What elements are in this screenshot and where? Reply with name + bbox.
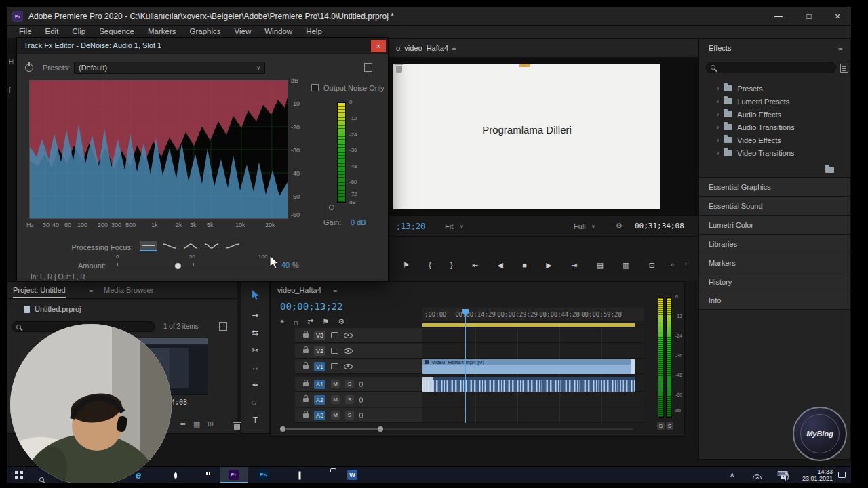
word-icon[interactable]: W <box>347 470 357 480</box>
panel-menu-icon[interactable]: ≡ <box>452 44 456 52</box>
items-view-icon[interactable] <box>219 322 227 331</box>
fx-power-toggle[interactable] <box>25 64 33 72</box>
mic-icon[interactable] <box>359 413 363 418</box>
lock-icon[interactable] <box>303 413 309 418</box>
track-lane-a2[interactable] <box>422 392 644 407</box>
lock-icon[interactable] <box>303 365 309 369</box>
effects-folder-lumetri-presets[interactable]: ›Lumetri Presets <box>699 95 850 108</box>
panel-menu-icon[interactable]: ≡ <box>333 286 337 294</box>
menu-window[interactable]: Window <box>258 26 299 38</box>
effects-folder-audio-transitions[interactable]: ›Audio Transitions <box>699 121 850 134</box>
lock-icon[interactable] <box>303 349 309 353</box>
focus-full-band-button[interactable] <box>140 241 157 251</box>
tab-info[interactable]: Info <box>699 291 850 310</box>
step-forward-button[interactable]: ▶ <box>546 261 551 270</box>
ripple-edit-tool[interactable]: ⇆ <box>241 328 269 338</box>
menu-file[interactable]: File <box>12 26 39 38</box>
eye-icon[interactable] <box>344 348 353 354</box>
track-lane-v3[interactable] <box>422 328 644 343</box>
timeline-settings-wrench-icon[interactable]: ⚙ <box>338 317 344 326</box>
playhead-line[interactable] <box>465 309 466 423</box>
photoshop-icon[interactable]: Ps <box>258 470 269 480</box>
action-center-icon[interactable] <box>838 472 846 478</box>
mic-icon[interactable] <box>359 382 363 387</box>
dialog-titlebar[interactable]: Track Fx Editor - DeNoise: Audio 1, Slot… <box>17 38 388 54</box>
track-header-a1[interactable]: A1MS <box>295 377 422 392</box>
track-lane-a3[interactable] <box>422 408 644 423</box>
video-clip[interactable]: video_Hafta4.mp4 [V] <box>422 359 635 374</box>
fit-dropdown[interactable]: Fit <box>445 222 453 230</box>
focus-low-shelf-button[interactable] <box>161 241 178 251</box>
menu-markers[interactable]: Markers <box>141 26 183 38</box>
mark-in-button[interactable]: { <box>429 261 431 269</box>
effects-folder-presets[interactable]: ›Presets <box>699 82 850 95</box>
track-header-a3[interactable]: A3MS <box>295 408 422 423</box>
play-stop-button[interactable]: ■ <box>522 261 527 269</box>
snap-magnet-icon[interactable]: ∩ <box>293 318 298 326</box>
work-area-bar[interactable] <box>422 323 635 327</box>
time-ruler[interactable]: ;00;00 00;00;14;29 00;00;29;29 00;00;44;… <box>422 308 644 321</box>
tab-essential-graphics[interactable]: Essential Graphics <box>699 177 850 196</box>
effects-folder-audio-effects[interactable]: ›Audio Effects <box>699 108 850 121</box>
slip-tool[interactable]: ↔ <box>241 363 269 372</box>
eye-icon[interactable] <box>344 364 353 369</box>
sync-lock-icon[interactable] <box>331 332 338 338</box>
project-item-row[interactable]: Untitled.prproj <box>24 305 81 313</box>
premiere-icon[interactable]: Pr <box>229 470 239 480</box>
delete-preset-icon[interactable] <box>396 66 402 73</box>
go-to-out-button[interactable]: ⇥ <box>571 261 577 270</box>
lock-icon[interactable] <box>303 333 309 338</box>
focus-bell-button[interactable] <box>182 241 199 251</box>
solo-button[interactable]: S <box>345 380 354 388</box>
program-timecode[interactable]: ;13;20 <box>396 222 425 231</box>
output-noise-only-checkbox[interactable] <box>311 84 319 92</box>
solo-button[interactable]: S <box>345 411 354 420</box>
solo-button[interactable]: S <box>345 395 354 404</box>
new-item-icon[interactable]: ⊞ <box>208 420 214 428</box>
panel-menu-icon[interactable]: ≡ <box>838 44 842 52</box>
menu-edit[interactable]: Edit <box>39 26 66 38</box>
track-select-tool[interactable]: ⇥ <box>241 310 269 320</box>
hand-tool[interactable]: ☞ <box>241 398 269 407</box>
track-lane-v2[interactable] <box>422 344 644 359</box>
lock-icon[interactable] <box>303 398 309 402</box>
tab-essential-sound[interactable]: Essential Sound <box>699 196 850 215</box>
gain-knob[interactable] <box>329 205 334 210</box>
track-header-v3[interactable]: V3 <box>295 328 422 343</box>
mute-button[interactable]: M <box>331 411 340 420</box>
sync-lock-icon[interactable] <box>331 348 338 354</box>
tab-markers[interactable]: Markers <box>699 253 850 272</box>
panel-menu-icon[interactable]: ≡ <box>89 286 93 294</box>
mark-out-button[interactable]: } <box>450 261 453 269</box>
export-frame-button[interactable]: ⊡ <box>649 261 655 270</box>
type-tool[interactable]: T <box>241 415 269 425</box>
amount-value[interactable]: 40 <box>281 261 290 269</box>
menu-graphics[interactable]: Graphics <box>183 26 228 38</box>
new-bin-icon[interactable] <box>825 167 834 173</box>
dialog-close-button[interactable]: × <box>371 40 386 52</box>
track-header-v2[interactable]: V2 <box>295 344 422 359</box>
zoom-scrollbar-thumb[interactable] <box>284 428 380 430</box>
maximize-button[interactable]: □ <box>795 7 823 25</box>
tab-project[interactable]: Project: Untitled <box>13 286 66 298</box>
track-header-v1[interactable]: V1 <box>295 359 422 374</box>
menu-help[interactable]: Help <box>299 26 329 38</box>
save-preset-icon[interactable] <box>364 63 372 72</box>
close-button[interactable]: × <box>824 7 851 25</box>
focus-notch-button[interactable] <box>203 241 220 251</box>
eye-icon[interactable] <box>344 333 353 338</box>
amount-slider-handle[interactable] <box>175 263 181 269</box>
tray-expand-icon[interactable]: ∧ <box>730 471 734 479</box>
tab-sequence[interactable]: video_Hafta4 <box>277 286 321 294</box>
mute-button[interactable]: M <box>331 380 340 388</box>
mute-button[interactable]: M <box>331 395 340 404</box>
touch-keyboard-icon[interactable]: ⌨ <box>777 470 788 479</box>
tab-effects[interactable]: Effects <box>709 44 731 52</box>
clock[interactable]: 14:33 23.01.2021 <box>792 468 833 482</box>
mic-icon[interactable] <box>359 397 363 403</box>
effects-folder-video-effects[interactable]: ›Video Effects <box>699 134 850 146</box>
settings-wrench-icon[interactable]: ⚙ <box>616 222 623 230</box>
extract-button[interactable]: ▥ <box>623 261 629 270</box>
timeline-timecode[interactable]: 00;00;13;22 <box>280 301 343 312</box>
tab-media-browser[interactable]: Media Browser <box>104 286 153 294</box>
